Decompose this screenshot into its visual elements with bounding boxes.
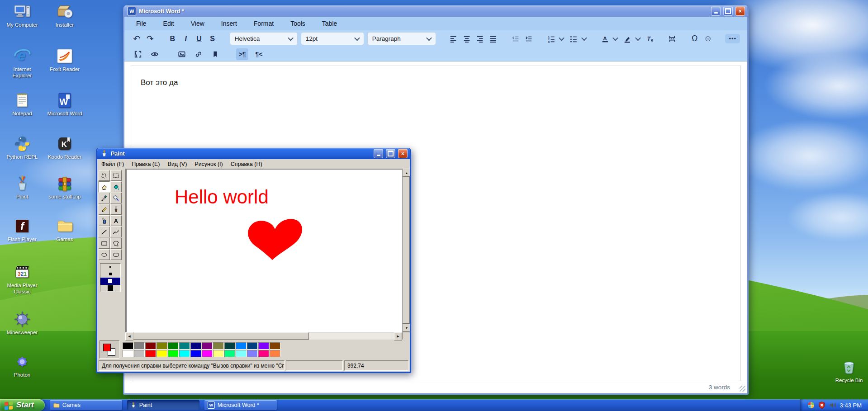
palette-swatch[interactable] — [134, 342, 145, 350]
tool-fill-button[interactable] — [110, 181, 122, 192]
desktop-icon-minesweeper[interactable]: Minesweeper — [5, 310, 40, 336]
tool-rounded-rectangle-button[interactable] — [110, 249, 122, 260]
menu-table[interactable]: Table — [322, 20, 337, 27]
desktop-icon-koodo-reader[interactable]: K Koodo Reader — [47, 135, 82, 161]
special-character-button[interactable]: Ω — [689, 33, 699, 45]
tool-select-button[interactable] — [110, 170, 122, 181]
underline-button[interactable]: U — [194, 33, 204, 45]
justify-button[interactable] — [488, 33, 498, 45]
palette-swatch[interactable] — [157, 350, 167, 357]
palette-swatch[interactable] — [247, 342, 258, 350]
paint-canvas[interactable]: Hello world — [127, 170, 402, 332]
palette-swatch[interactable] — [145, 342, 156, 350]
indent-button[interactable] — [524, 33, 534, 45]
palette-swatch[interactable] — [224, 342, 235, 350]
chevron-down-icon[interactable] — [559, 35, 564, 41]
horizontal-scrollbar[interactable]: ◀ ▶ — [125, 332, 402, 340]
menu-view[interactable]: Вид (V) — [168, 161, 187, 167]
palette-swatch[interactable] — [270, 342, 280, 350]
ordered-list-button[interactable]: 123 — [546, 33, 556, 45]
tool-brush-button[interactable] — [110, 204, 122, 215]
chevron-down-icon[interactable] — [635, 35, 641, 41]
palette-swatch[interactable] — [213, 350, 224, 357]
palette-swatch[interactable] — [123, 342, 133, 350]
scrollbar-thumb[interactable] — [403, 177, 410, 324]
menu-file[interactable]: Файл (F) — [101, 161, 124, 167]
desktop-icon-installer[interactable]: Installer — [47, 3, 82, 28]
vertical-scrollbar[interactable]: ▲ ▼ — [403, 169, 410, 332]
desktop-icon-some-stuff-zip[interactable]: some stuff.zip — [47, 175, 82, 200]
chevron-down-icon[interactable] — [612, 35, 618, 41]
close-button[interactable]: × — [398, 149, 408, 158]
scroll-right-button[interactable]: ▶ — [394, 332, 402, 340]
tool-line-button[interactable] — [99, 227, 110, 237]
palette-swatch[interactable] — [123, 350, 133, 357]
palette-swatch[interactable] — [247, 350, 258, 357]
word-titlebar[interactable]: W Microsoft Word * × — [124, 5, 747, 17]
menu-edit[interactable]: Правка (E) — [132, 161, 160, 167]
palette-swatch[interactable] — [270, 350, 280, 357]
palette-swatch[interactable] — [224, 350, 235, 357]
font-family-select[interactable]: Helvetica — [230, 32, 298, 45]
palette-swatch[interactable] — [179, 342, 190, 350]
palette-swatch[interactable] — [258, 342, 269, 350]
palette-swatch[interactable] — [213, 342, 224, 350]
tray-clock[interactable]: 3:43 PM — [840, 402, 862, 409]
desktop-icon-notepad[interactable]: Notepad — [5, 91, 40, 117]
taskbar-task-paint[interactable]: Paint — [127, 400, 199, 410]
desktop-icon-media-player-classic[interactable]: 321 Media Player Classic — [5, 263, 40, 295]
size-option-selected[interactable] — [100, 278, 120, 285]
resize-grip[interactable] — [740, 386, 745, 392]
align-left-button[interactable] — [448, 33, 458, 45]
menu-help[interactable]: Справка (H) — [231, 161, 262, 167]
volume-icon[interactable] — [829, 402, 836, 409]
maximize-button[interactable] — [723, 6, 733, 16]
redo-button[interactable]: ↷ — [145, 33, 155, 45]
palette-swatch[interactable] — [236, 342, 247, 350]
menu-format[interactable]: Format — [254, 20, 274, 27]
size-option-medium[interactable] — [100, 271, 120, 278]
tool-magnifier-button[interactable] — [110, 193, 122, 203]
emoji-button[interactable]: ☺ — [703, 33, 713, 45]
tool-ellipse-button[interactable] — [99, 249, 110, 260]
scrollbar-thumb[interactable] — [133, 332, 309, 340]
paragraph-style-select[interactable]: Paragraph — [367, 32, 436, 45]
page-break-button[interactable] — [667, 33, 677, 45]
desktop-icon-games[interactable]: Games — [47, 217, 82, 243]
size-option-small[interactable] — [100, 264, 120, 271]
palette-swatch[interactable] — [179, 350, 190, 357]
tool-pencil-button[interactable] — [99, 204, 110, 215]
palette-swatch[interactable] — [190, 342, 201, 350]
tool-curve-button[interactable] — [110, 227, 122, 237]
scroll-up-button[interactable]: ▲ — [403, 169, 411, 177]
insert-link-button[interactable] — [192, 48, 204, 60]
bold-button[interactable]: B — [167, 33, 177, 45]
bookmark-button[interactable] — [209, 48, 221, 60]
menu-tools[interactable]: Tools — [290, 20, 305, 27]
outdent-button[interactable] — [511, 33, 521, 45]
minimize-button[interactable] — [374, 149, 383, 158]
align-right-button[interactable] — [475, 33, 485, 45]
desktop-icon-internet-explorer[interactable]: e Internet Explorer — [5, 47, 40, 79]
desktop-icon-python-repl[interactable]: Python REPL — [5, 135, 40, 161]
fullscreen-button[interactable] — [132, 48, 144, 60]
font-color-button[interactable]: A — [600, 33, 610, 45]
preview-button[interactable] — [148, 48, 161, 60]
palette-swatch[interactable] — [134, 350, 145, 357]
clear-formatting-button[interactable]: T — [645, 33, 655, 45]
desktop-icon-flash-player[interactable]: f Flash Player — [5, 217, 40, 243]
minimize-button[interactable] — [711, 6, 721, 16]
palette-swatch[interactable] — [202, 350, 213, 357]
tool-eyedropper-button[interactable] — [99, 193, 110, 203]
size-option-large[interactable] — [100, 285, 120, 292]
rtl-direction-button[interactable]: ¶< — [253, 48, 265, 60]
start-button[interactable]: Start — [0, 399, 45, 411]
taskbar-task-games[interactable]: Games — [50, 400, 122, 410]
menu-file[interactable]: File — [136, 20, 147, 27]
menu-image[interactable]: Рисунок (I) — [194, 161, 223, 167]
tool-freeform-select-button[interactable] — [99, 170, 110, 181]
security-alert-icon[interactable] — [818, 402, 825, 409]
highlight-button[interactable] — [622, 33, 632, 45]
palette-swatch[interactable] — [236, 350, 247, 357]
tool-polygon-button[interactable] — [110, 238, 122, 249]
